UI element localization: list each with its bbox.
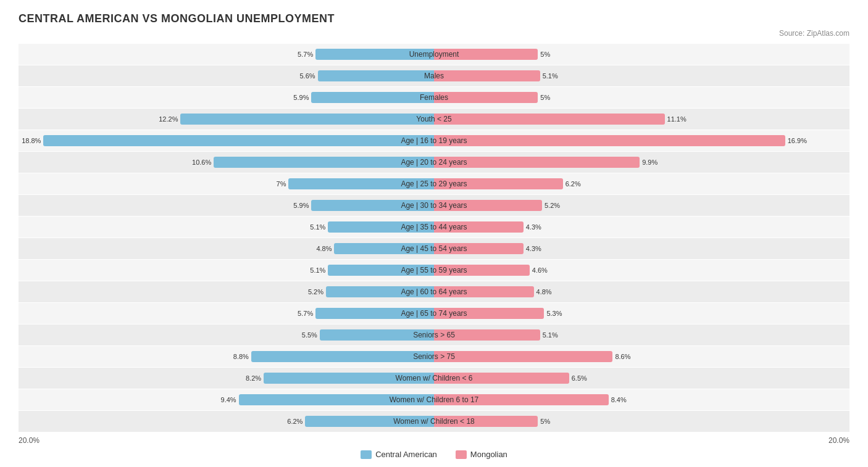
row-label: Age | 55 to 59 years bbox=[401, 266, 467, 275]
chart-row: Women w/ Children 6 to 179.4%8.4% bbox=[19, 389, 849, 410]
value-left: 8.2% bbox=[246, 374, 261, 382]
chart-row: Age | 60 to 64 years5.2%4.8% bbox=[19, 281, 849, 302]
value-right: 9.9% bbox=[642, 159, 657, 166]
row-label: Age | 35 to 44 years bbox=[401, 223, 467, 231]
row-label: Seniors > 65 bbox=[413, 331, 455, 339]
value-left: 6.2% bbox=[287, 418, 303, 425]
chart-row: Age | 30 to 34 years5.9%5.2% bbox=[19, 195, 849, 216]
row-label: Unemployment bbox=[409, 50, 459, 59]
value-left: 5.7% bbox=[298, 51, 313, 58]
row-label: Age | 60 to 64 years bbox=[401, 287, 467, 296]
row-label: Age | 65 to 74 years bbox=[401, 309, 467, 318]
chart-row: Age | 35 to 44 years5.1%4.3% bbox=[19, 217, 849, 238]
value-right: 8.6% bbox=[615, 353, 630, 360]
value-right: 5% bbox=[540, 418, 550, 425]
axis-left: 20.0% bbox=[19, 436, 40, 445]
rows-wrapper: Unemployment5.7%5%Males5.6%5.1%Females5.… bbox=[19, 44, 849, 432]
chart-row: Females5.9%5% bbox=[19, 87, 849, 108]
chart-row: Seniors > 655.5%5.1% bbox=[19, 324, 849, 345]
row-label: Women w/ Children < 6 bbox=[396, 374, 473, 382]
legend-label-right: Mongolian bbox=[470, 450, 507, 459]
source-label: Source: ZipAtlas.com bbox=[19, 29, 849, 38]
bar-left bbox=[180, 114, 434, 125]
value-left: 7% bbox=[277, 180, 286, 188]
row-label: Age | 30 to 34 years bbox=[401, 201, 467, 210]
row-label: Age | 16 to 19 years bbox=[401, 136, 467, 145]
legend: Central American Mongolian bbox=[19, 450, 849, 459]
value-left: 5.5% bbox=[302, 331, 317, 339]
chart-row: Unemployment5.7%5% bbox=[19, 44, 849, 65]
value-left: 18.8% bbox=[22, 137, 41, 144]
value-left: 5.7% bbox=[298, 310, 313, 317]
chart-row: Youth < 2512.2%11.1% bbox=[19, 109, 849, 130]
value-left: 12.2% bbox=[159, 115, 178, 123]
value-right: 16.9% bbox=[788, 137, 807, 144]
bar-right bbox=[434, 92, 538, 103]
bar-left bbox=[43, 135, 434, 146]
value-right: 5% bbox=[540, 51, 550, 58]
bar-left bbox=[318, 70, 434, 81]
chart-row: Age | 16 to 19 years18.8%16.9% bbox=[19, 130, 849, 151]
chart-row: Age | 65 to 74 years5.7%5.3% bbox=[19, 303, 849, 324]
value-right: 8.4% bbox=[611, 396, 627, 403]
bar-left bbox=[311, 92, 434, 103]
row-label: Males bbox=[424, 72, 444, 80]
value-left: 8.8% bbox=[233, 353, 249, 360]
legend-color-left bbox=[361, 450, 372, 459]
legend-color-right bbox=[456, 450, 467, 459]
axis-right: 20.0% bbox=[828, 436, 849, 445]
value-left: 4.8% bbox=[316, 245, 332, 252]
chart-row: Age | 45 to 54 years4.8%4.3% bbox=[19, 238, 849, 259]
row-label: Age | 45 to 54 years bbox=[401, 244, 467, 253]
row-label: Age | 25 to 29 years bbox=[401, 180, 467, 188]
value-right: 4.8% bbox=[536, 288, 552, 295]
value-left: 5.1% bbox=[310, 267, 325, 274]
value-right: 5.3% bbox=[546, 310, 562, 317]
value-right: 6.2% bbox=[565, 180, 581, 188]
value-right: 5% bbox=[540, 94, 550, 101]
chart-row: Males5.6%5.1% bbox=[19, 65, 849, 86]
row-label: Women w/ Children 6 to 17 bbox=[390, 395, 479, 404]
value-left: 9.4% bbox=[221, 396, 236, 403]
bar-right bbox=[434, 114, 665, 125]
bar-right bbox=[434, 135, 785, 146]
bar-left bbox=[251, 351, 434, 362]
value-right: 5.1% bbox=[543, 331, 558, 339]
row-label: Females bbox=[420, 93, 448, 102]
value-right: 4.3% bbox=[526, 245, 541, 252]
value-right: 4.3% bbox=[526, 223, 541, 231]
value-left: 5.6% bbox=[299, 72, 315, 80]
row-label: Youth < 25 bbox=[416, 115, 451, 123]
value-left: 5.2% bbox=[308, 288, 323, 295]
chart-row: Age | 20 to 24 years10.6%9.9% bbox=[19, 152, 849, 173]
chart-container: CENTRAL AMERICAN VS MONGOLIAN UNEMPLOYME… bbox=[0, 0, 868, 467]
value-left: 5.1% bbox=[310, 223, 325, 231]
chart-row: Age | 55 to 59 years5.1%4.6% bbox=[19, 260, 849, 281]
legend-label-left: Central American bbox=[375, 450, 437, 459]
value-right: 11.1% bbox=[667, 115, 686, 123]
row-label: Women w/ Children < 18 bbox=[393, 417, 475, 426]
value-right: 5.2% bbox=[545, 202, 560, 209]
value-left: 5.9% bbox=[293, 94, 309, 101]
bar-right bbox=[434, 351, 612, 362]
value-right: 6.5% bbox=[572, 374, 587, 382]
legend-item-right: Mongolian bbox=[456, 450, 507, 459]
legend-item-left: Central American bbox=[361, 450, 437, 459]
value-right: 5.1% bbox=[543, 72, 558, 80]
row-label: Age | 20 to 24 years bbox=[401, 158, 467, 167]
chart-row: Age | 25 to 29 years7%6.2% bbox=[19, 173, 849, 194]
axis-labels: 20.0% 20.0% bbox=[19, 432, 849, 445]
value-right: 4.6% bbox=[532, 267, 548, 274]
chart-title: CENTRAL AMERICAN VS MONGOLIAN UNEMPLOYME… bbox=[19, 12, 849, 25]
chart-row: Women w/ Children < 68.2%6.5% bbox=[19, 368, 849, 389]
row-label: Seniors > 75 bbox=[413, 352, 455, 361]
chart-row: Seniors > 758.8%8.6% bbox=[19, 346, 849, 367]
bar-right bbox=[434, 70, 540, 81]
value-left: 10.6% bbox=[192, 159, 211, 166]
value-left: 5.9% bbox=[293, 202, 309, 209]
chart-row: Women w/ Children < 186.2%5% bbox=[19, 411, 849, 432]
